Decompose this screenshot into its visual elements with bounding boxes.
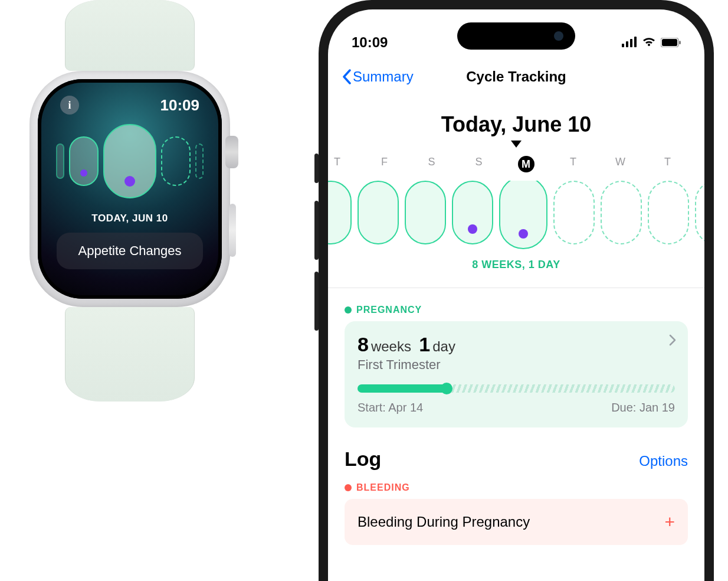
back-label: Summary	[353, 68, 414, 85]
day-letter[interactable]: M	[503, 156, 550, 172]
day-oval-future[interactable]	[695, 181, 704, 244]
dynamic-island	[457, 22, 575, 50]
phone-day-scroller[interactable]	[328, 181, 704, 249]
day-letters-row: TFSSMTWT	[328, 148, 704, 172]
day-oval-today[interactable]	[499, 181, 547, 249]
day-oval[interactable]	[405, 181, 446, 244]
day-oval-future[interactable]	[601, 181, 642, 244]
status-time: 10:09	[352, 34, 388, 51]
cellular-icon	[622, 34, 637, 51]
apple-watch-device: i 10:09 TODAY, JUN 10 Appetite Changes	[29, 0, 230, 402]
chevron-left-icon	[342, 69, 352, 84]
pregnancy-section-label: PREGNANCY	[345, 305, 688, 315]
day-oval[interactable]	[69, 136, 99, 186]
iphone-device: 10:09 Summary C	[319, 0, 714, 581]
day-letter[interactable]: W	[597, 156, 644, 172]
day-letter[interactable]: T	[644, 156, 691, 172]
svg-rect-5	[662, 39, 677, 46]
svg-rect-2	[630, 39, 632, 47]
day-letter[interactable]: S	[455, 156, 503, 172]
pregnancy-start: Start: Apr 14	[358, 401, 423, 414]
svg-rect-3	[634, 37, 637, 47]
day-oval[interactable]	[452, 181, 493, 244]
plus-icon[interactable]: +	[664, 512, 675, 532]
options-button[interactable]: Options	[639, 453, 688, 469]
bleeding-log-row[interactable]: Bleeding During Pregnancy +	[345, 499, 688, 545]
pregnancy-card[interactable]: 8weeks 1day First Trimester Start: Apr 1…	[345, 321, 688, 427]
bleeding-item-label: Bleeding During Pregnancy	[358, 514, 530, 530]
watch-band-top	[65, 0, 195, 71]
pregnancy-progress	[358, 384, 675, 393]
watch-day-scroller[interactable]	[52, 123, 208, 200]
day-oval-future[interactable]	[195, 143, 204, 179]
day-oval-future[interactable]	[161, 136, 191, 186]
watch-band-bottom	[65, 307, 195, 402]
svg-rect-6	[679, 41, 681, 44]
dot-icon	[345, 484, 352, 491]
day-oval[interactable]	[358, 181, 399, 244]
watch-time: 10:09	[160, 96, 200, 115]
phone-volume-up[interactable]	[314, 201, 319, 260]
svg-rect-1	[626, 41, 628, 47]
phone-screen: 10:09 Summary C	[328, 9, 704, 581]
today-heading: Today, June 10	[328, 112, 704, 137]
watch-date-label: TODAY, JUN 10	[52, 213, 208, 224]
pregnancy-age: 8weeks 1day	[358, 333, 675, 356]
svg-rect-0	[622, 44, 624, 47]
chevron-right-icon	[669, 334, 676, 350]
day-letter[interactable]: T	[328, 156, 361, 172]
watch-case: i 10:09 TODAY, JUN 10 Appetite Changes	[29, 71, 230, 307]
day-letter[interactable]: T	[550, 156, 597, 172]
info-icon[interactable]: i	[60, 96, 79, 115]
bleeding-section-label: BLEEDING	[345, 482, 688, 493]
day-oval[interactable]	[56, 143, 64, 179]
day-oval-future[interactable]	[648, 181, 689, 244]
dot-icon	[345, 306, 352, 314]
day-oval-today[interactable]	[103, 124, 156, 198]
day-letter[interactable]: S	[408, 156, 455, 172]
day-oval[interactable]	[328, 181, 352, 244]
watch-logged-symptom[interactable]: Appetite Changes	[57, 233, 203, 269]
battery-icon	[661, 34, 681, 51]
back-button[interactable]: Summary	[342, 68, 414, 85]
wifi-icon	[642, 34, 656, 51]
day-oval-future[interactable]	[553, 181, 595, 244]
watch-side-button[interactable]	[229, 204, 236, 257]
phone-volume-down[interactable]	[314, 272, 319, 331]
watch-screen: i 10:09 TODAY, JUN 10 Appetite Changes	[38, 79, 222, 299]
log-title: Log	[345, 448, 381, 471]
page-title: Cycle Tracking	[466, 68, 566, 85]
digital-crown[interactable]	[225, 136, 238, 168]
today-marker-icon	[328, 141, 704, 148]
gestational-age-caption: 8 WEEKS, 1 DAY	[328, 259, 704, 288]
day-letter[interactable]: F	[361, 156, 408, 172]
pregnancy-due: Due: Jan 19	[611, 401, 675, 414]
trimester-label: First Trimester	[358, 357, 675, 373]
phone-ringer-switch[interactable]	[314, 154, 319, 183]
nav-bar: Summary Cycle Tracking	[328, 57, 704, 97]
